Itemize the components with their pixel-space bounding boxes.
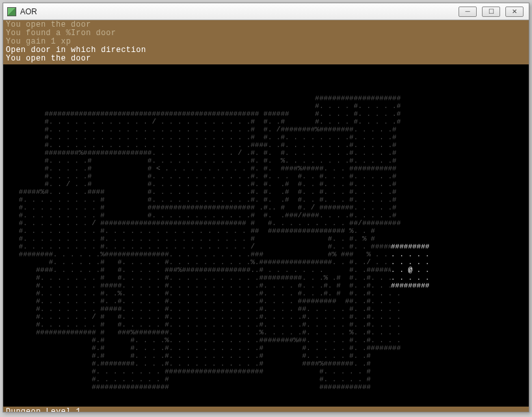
map-row: #. . . . . . . . . . . . / . . . . . . .… [6, 118, 526, 126]
map-row: #. . . . . . . . . # ###################… [6, 204, 526, 211]
window-chrome: AOR ─ ☐ ✕ You open the doorYou found a %… [3, 3, 529, 412]
map-row: #. . . . .# # < . . . . . . . . . . #. #… [6, 165, 526, 172]
map-row: #. . . . . . . . . . . . . . . . . . . .… [6, 141, 526, 149]
map-row: #. . . . #. . . . .# [6, 102, 526, 110]
map-row: #.# #. . . .#. . . . . . . . . . .# #. .… [6, 352, 526, 360]
map-row: #. . . . . .# #. . . . . #. . . . . . . … [6, 258, 526, 266]
message-line: You open the door [6, 55, 526, 63]
lit-row: . . @ . . [391, 266, 429, 274]
lit-row: ######### [391, 243, 429, 250]
minimize-button[interactable]: ─ [459, 7, 477, 17]
message-line: You found a %Iron door [6, 29, 526, 38]
lit-row: ######### [391, 282, 429, 289]
map-row: #. . . . . . / # #. . . . . #. . . . . .… [6, 313, 526, 321]
map-row: #. . . . . . . . #######################… [6, 368, 526, 375]
map-row: #. . . . . . . . . . . . . . . . . . . .… [6, 126, 526, 133]
map-row: ########%################. . . . . . . .… [6, 149, 526, 157]
lit-row: . . . . . [391, 258, 429, 266]
window-title: AOR [20, 7, 453, 16]
close-button[interactable]: ✕ [505, 7, 524, 17]
titlebar[interactable]: AOR ─ ☐ ✕ [3, 3, 529, 20]
map-row: #. . . . . . . # #. . . . . #. . . . . .… [6, 274, 526, 282]
map-row: #################### [6, 94, 526, 102]
message-log: You open the doorYou found a %Iron doorY… [3, 20, 529, 64]
map-row: #. . . . . . . . . # #. . . . . . . . . … [6, 196, 526, 204]
map-row: #.# #. . . .%. . . . . . . . . . .######… [6, 336, 526, 344]
dungeon-level-label: Dungeon Level [6, 407, 71, 412]
maximize-button[interactable]: ☐ [482, 7, 500, 17]
lit-row: . . . . . [391, 250, 429, 258]
map-row: #. . . . . . . . / #####################… [6, 219, 526, 227]
map-row: ########. . . . . .%###############. . .… [6, 250, 526, 258]
status-bar: Dungeon Level 1 Name: test STR: 16 bonus… [3, 407, 529, 412]
map-row: #. . . . . . . #. .#. . . . . #. . . . .… [6, 297, 526, 305]
map-row: #. . . . .# #. . . . . . . . . . . .#. #… [6, 172, 526, 180]
map-row: #####%#. . . . .#### #. . . . . . . . . … [6, 188, 526, 196]
map-row: #. . . . . . . . . #. . . . . . . . . . … [6, 235, 526, 243]
dungeon-map: #################### #. . . . #. . . . .… [3, 64, 529, 407]
dungeon-level-value: 1 [76, 407, 81, 412]
map-row: #. . . . . . . # #. . . . . #. . . . . .… [6, 321, 526, 329]
map-row: #. . . . . . . #####. . . . . #. . . . .… [6, 305, 526, 313]
map-row: ########################################… [6, 110, 526, 118]
map-row: #.########. . . .#. . . . . . . . . . .#… [6, 360, 526, 368]
map-row: #. . . . . . . . . #. . . . . . . . . . … [6, 243, 526, 250]
map-row: #. . . . . . . #####. . . . . #. . . . .… [6, 282, 526, 289]
map-row: ################## ############ [6, 383, 526, 391]
map-row: #. . / . .# #. . . . . . . . . . . .#. #… [6, 180, 526, 188]
lit-room: #########. . . . .. . . . .. . @ . .. . … [391, 243, 429, 289]
map-row: #. . . . . . . . # #. . . . . # [6, 375, 526, 383]
map-row: #.# #. . . .#. . . . . . . . . . .# #. .… [6, 344, 526, 352]
map-row: #. . . . . . . . . #. . . . . . . . . . … [6, 227, 526, 235]
lit-row: . . . . . [391, 274, 429, 282]
map-row: ############## # ###%########. . . . . .… [6, 329, 526, 336]
player-glyph: @ [408, 266, 412, 274]
map-row: #. . . . . . . #. .%. . . . . #. . . . .… [6, 289, 526, 297]
app-icon [7, 7, 16, 16]
map-row: #. . . . . . . . . . . . . . . . . . . .… [6, 133, 526, 141]
map-row: ####. . . . . .# #. . . . . ###%########… [6, 266, 526, 274]
game-viewport[interactable]: You open the doorYou found a %Iron doorY… [3, 20, 529, 412]
map-row: #. . . . .# #. . . . . . . . . . . .#. #… [6, 157, 526, 165]
map-row: #. . . . . . . . . # #. . . . . . . . . … [6, 211, 526, 219]
